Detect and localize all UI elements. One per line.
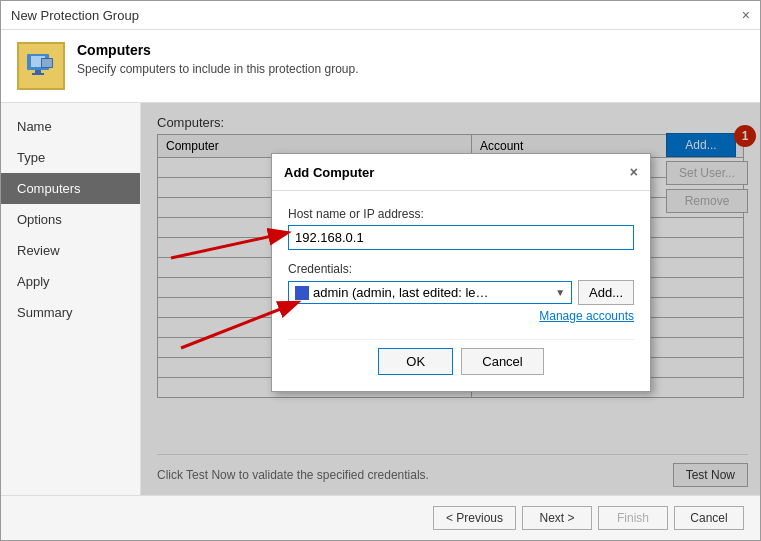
sidebar-item-summary[interactable]: Summary bbox=[1, 297, 140, 328]
sidebar-item-name[interactable]: Name bbox=[1, 111, 140, 142]
title-bar: New Protection Group × bbox=[1, 1, 760, 30]
window-title: New Protection Group bbox=[11, 8, 139, 23]
sidebar-item-type[interactable]: Type bbox=[1, 142, 140, 173]
add-computer-dialog: Add Computer × Host name or IP address: … bbox=[271, 153, 651, 392]
next-button[interactable]: Next > bbox=[522, 506, 592, 530]
finish-button[interactable]: Finish bbox=[598, 506, 668, 530]
header-icon bbox=[17, 42, 65, 90]
host-label: Host name or IP address: bbox=[288, 207, 634, 221]
dialog-title-text: Add Computer bbox=[284, 165, 374, 180]
main-content: Name Type Computers Options Review Apply… bbox=[1, 103, 760, 495]
svg-rect-5 bbox=[42, 59, 52, 67]
credential-select-wrapper[interactable]: admin (admin, last edited: less than a d… bbox=[288, 281, 572, 304]
manage-accounts-link[interactable]: Manage accounts bbox=[288, 309, 634, 323]
header-text: Computers Specify computers to include i… bbox=[77, 42, 358, 76]
sidebar-item-options[interactable]: Options bbox=[1, 204, 140, 235]
sidebar: Name Type Computers Options Review Apply… bbox=[1, 103, 141, 495]
content-panel: Computers: Computer Account bbox=[141, 103, 760, 495]
dialog-title-bar: Add Computer × bbox=[272, 154, 650, 191]
svg-rect-3 bbox=[32, 73, 44, 75]
host-input[interactable] bbox=[288, 225, 634, 250]
bottom-bar: < Previous Next > Finish Cancel bbox=[1, 495, 760, 540]
window-close-button[interactable]: × bbox=[742, 7, 750, 23]
cancel-button[interactable]: Cancel bbox=[674, 506, 744, 530]
page-description: Specify computers to include in this pro… bbox=[77, 62, 358, 76]
dialog-close-button[interactable]: × bbox=[630, 164, 638, 180]
credentials-row: admin (admin, last edited: less than a d… bbox=[288, 280, 634, 305]
main-window: New Protection Group × Computers Specify… bbox=[0, 0, 761, 541]
dialog-body: Host name or IP address: Credentials: ad… bbox=[272, 191, 650, 391]
dialog-cancel-button[interactable]: Cancel bbox=[461, 348, 543, 375]
title-bar-left: New Protection Group bbox=[11, 8, 139, 23]
previous-button[interactable]: < Previous bbox=[433, 506, 516, 530]
sidebar-item-computers[interactable]: Computers bbox=[1, 173, 140, 204]
svg-rect-2 bbox=[35, 70, 41, 73]
page-header: Computers Specify computers to include i… bbox=[1, 30, 760, 103]
credentials-add-button[interactable]: Add... bbox=[578, 280, 634, 305]
credentials-label: Credentials: bbox=[288, 262, 634, 276]
sidebar-item-review[interactable]: Review bbox=[1, 235, 140, 266]
computers-icon bbox=[25, 50, 57, 82]
page-title: Computers bbox=[77, 42, 358, 58]
sidebar-item-apply[interactable]: Apply bbox=[1, 266, 140, 297]
dialog-buttons: OK Cancel bbox=[288, 339, 634, 375]
ok-button[interactable]: OK bbox=[378, 348, 453, 375]
